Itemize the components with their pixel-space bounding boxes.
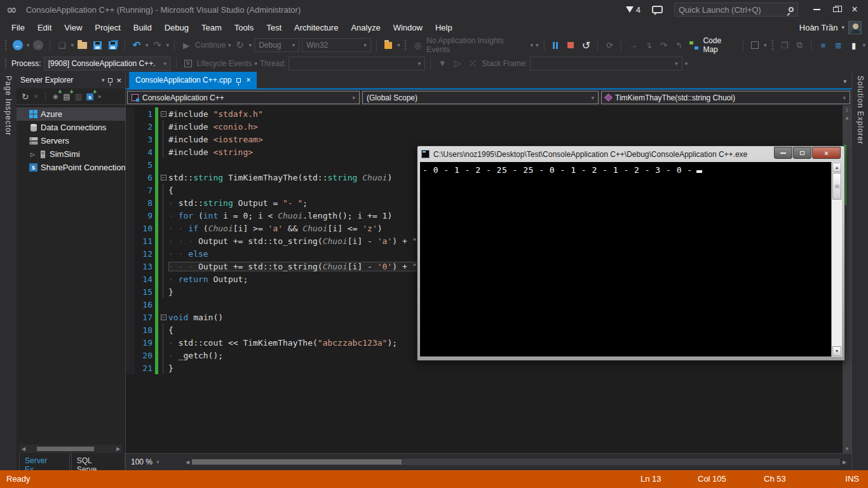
console-output[interactable]: - 0 - 1 - 2 - 25 - 25 - 0 - 1 - 2 - 1 - … xyxy=(420,162,831,356)
toolbar-overflow-icon[interactable]: ▾ xyxy=(536,42,539,48)
flag-threads-icon[interactable]: ▷ xyxy=(451,57,464,70)
new-file-chevron-icon[interactable]: ▾ xyxy=(71,42,74,48)
toolbar-grip[interactable] xyxy=(4,39,7,51)
toolbar-grip[interactable] xyxy=(404,39,407,51)
console-maximize-button[interactable] xyxy=(793,147,811,159)
close-button[interactable]: × xyxy=(845,3,864,17)
step-out-button[interactable]: ↰ xyxy=(672,39,685,51)
user-account-button[interactable]: Hoàn Trần ▾ xyxy=(799,21,862,34)
delete-icon[interactable]: × xyxy=(34,92,38,101)
tree-item-azure[interactable]: Azure xyxy=(17,107,125,121)
console-vscrollbar[interactable]: ▲ ▼ xyxy=(831,162,842,356)
tree-item-servers[interactable]: Servers xyxy=(17,134,125,147)
add-note-button[interactable]: ❐ xyxy=(778,39,790,51)
show-next-statement-button[interactable]: → xyxy=(627,39,639,51)
breakpoint-margin[interactable] xyxy=(126,196,135,209)
breakpoint-margin[interactable] xyxy=(126,323,135,336)
thread-dropdown[interactable]: ▾ xyxy=(288,57,425,71)
pin-icon[interactable] xyxy=(108,78,112,83)
notifications-flag-button[interactable]: 4 xyxy=(626,5,641,15)
splitter-icon[interactable]: ↕ xyxy=(846,105,849,114)
menu-view[interactable]: View xyxy=(58,20,88,35)
console-client-area[interactable]: - 0 - 1 - 2 - 25 - 25 - 0 - 1 - 2 - 1 - … xyxy=(420,162,842,356)
undo-chevron-icon[interactable]: ▾ xyxy=(146,42,149,48)
stop-button[interactable] xyxy=(564,39,577,51)
add-data-connection-icon[interactable]: ⎈ xyxy=(53,92,59,101)
zoom-dropdown[interactable]: 100 % ▾ xyxy=(126,458,183,466)
intellitrace-button[interactable] xyxy=(749,39,761,51)
nav-back-chevron-icon[interactable]: ▾ xyxy=(27,42,30,48)
breakpoint-margin[interactable] xyxy=(126,349,135,362)
menu-team[interactable]: Team xyxy=(195,20,228,35)
toolbar-overflow-icon[interactable]: » xyxy=(98,93,101,100)
breakpoint-margin[interactable] xyxy=(126,234,135,247)
menu-file[interactable]: File xyxy=(5,20,31,35)
breakpoint-margin[interactable] xyxy=(126,247,135,260)
tree-item-data-connections[interactable]: Data Connections xyxy=(17,121,125,134)
quick-launch-input[interactable]: Quick Launch (Ctrl+Q) xyxy=(674,3,798,17)
step-into-button[interactable]: ↴ xyxy=(642,39,654,51)
fold-marker-icon[interactable]: - xyxy=(158,311,168,323)
breakpoint-margin[interactable] xyxy=(126,298,135,311)
menu-help[interactable]: Help xyxy=(429,20,459,35)
redo-button[interactable]: ↷ xyxy=(151,39,164,51)
toolbar-overflow-icon[interactable]: ▾ xyxy=(685,60,688,67)
breakpoint-margin[interactable] xyxy=(126,184,135,196)
scroll-up-icon[interactable]: ▲ xyxy=(844,114,850,122)
find-in-files-button[interactable] xyxy=(382,39,395,51)
project-dropdown[interactable]: ConsoleApplication C++ ▾ xyxy=(127,91,360,104)
page-inspector-tab[interactable]: Page Inspector xyxy=(4,76,13,470)
scroll-right-icon[interactable]: ▶ xyxy=(840,459,849,465)
pause-button[interactable] xyxy=(549,39,562,51)
apply-code-changes-icon[interactable]: ⟳ xyxy=(603,39,616,51)
menu-architecture[interactable]: Architecture xyxy=(288,20,344,35)
solution-explorer-tab[interactable]: Solution Explorer xyxy=(856,76,865,470)
toolbar-overflow-icon[interactable]: ▾ xyxy=(397,42,400,48)
pin-icon[interactable] xyxy=(236,78,241,83)
copy-note-button[interactable]: ⧉ xyxy=(793,39,806,51)
feedback-icon[interactable] xyxy=(652,6,663,13)
console-title-bar[interactable]: C:\Users\noz1995\Desktop\Test\ConsoleApp… xyxy=(417,146,844,162)
breakpoint-margin[interactable] xyxy=(126,285,135,298)
add-sharepoint-icon[interactable]: s xyxy=(86,92,93,101)
continue-chevron-icon[interactable]: ▾ xyxy=(228,42,231,48)
bookmark-button[interactable]: ▮ xyxy=(847,39,860,51)
toolbar-overflow-icon[interactable]: ▾ xyxy=(764,42,767,48)
scroll-left-icon[interactable]: ◀ xyxy=(19,446,28,452)
breakpoint-margin[interactable] xyxy=(126,260,135,273)
nav-forward-button[interactable]: → xyxy=(32,39,44,51)
restart-debug-button[interactable]: ↺ xyxy=(580,39,592,51)
uncomment-button[interactable]: ≣ xyxy=(832,39,844,51)
toolbar-overflow-icon[interactable]: ▾ xyxy=(862,42,865,48)
menu-build[interactable]: Build xyxy=(127,20,158,35)
scope-dropdown[interactable]: (Global Scope) ▾ xyxy=(362,91,599,104)
continue-play-icon[interactable]: ▶ xyxy=(180,39,193,51)
lifecycle-events-button[interactable]: Lifecycle Events xyxy=(197,59,252,68)
menu-window[interactable]: Window xyxy=(387,20,429,35)
console-minimize-button[interactable] xyxy=(774,147,792,159)
code-line-3[interactable]: 3#include <iostream> xyxy=(126,133,843,146)
menu-debug[interactable]: Debug xyxy=(158,20,195,35)
attach-server-icon[interactable]: ▥ xyxy=(75,92,82,101)
menu-edit[interactable]: Edit xyxy=(31,20,58,35)
nav-back-button[interactable]: ← xyxy=(11,39,24,51)
tree-item-simsimi[interactable]: ▷SimSimi xyxy=(17,147,125,161)
continue-button[interactable]: Continue xyxy=(195,41,226,50)
undo-button[interactable]: ↶ xyxy=(130,39,143,51)
breakpoint-margin[interactable] xyxy=(126,171,135,184)
scrollbar-thumb[interactable] xyxy=(192,459,402,464)
close-tab-icon[interactable]: × xyxy=(246,76,250,85)
scroll-up-icon[interactable]: ▲ xyxy=(832,163,841,172)
expander-icon[interactable]: ▷ xyxy=(31,151,38,158)
open-file-button[interactable] xyxy=(76,39,89,51)
lifecycle-chevron-icon[interactable]: ▾ xyxy=(254,60,257,67)
toolbar-grip[interactable] xyxy=(771,39,774,51)
process-dropdown[interactable]: [9908] ConsoleApplication C++. ▾ xyxy=(44,57,171,71)
toggle-flagged-icon[interactable]: ⤫ xyxy=(466,57,479,70)
fold-marker-icon[interactable]: - xyxy=(158,171,168,184)
solution-configuration-dropdown[interactable]: Debug ▾ xyxy=(254,38,299,52)
stack-frame-dropdown[interactable]: ▾ xyxy=(530,57,682,71)
scrollbar-thumb[interactable] xyxy=(37,447,94,451)
scroll-down-icon[interactable]: ▼ xyxy=(832,346,841,356)
restore-button[interactable] xyxy=(826,3,845,17)
